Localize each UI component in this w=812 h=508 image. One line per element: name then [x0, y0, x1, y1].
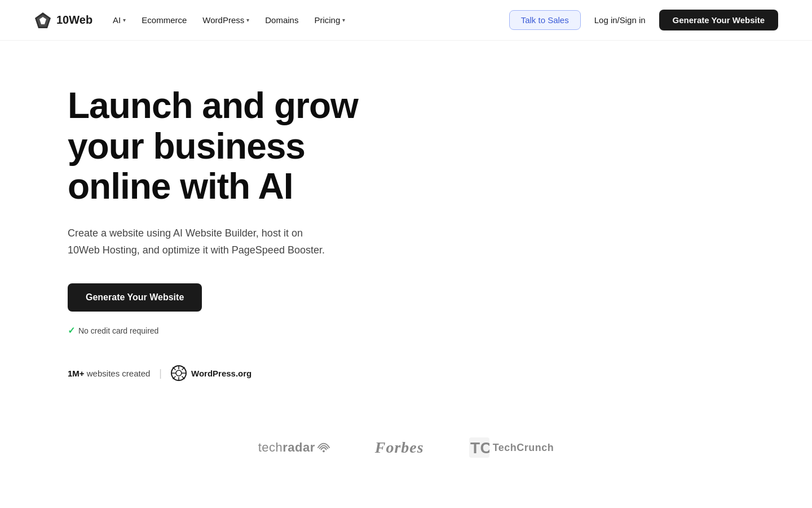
- hero-subtitle: Create a website using AI Website Builde…: [68, 225, 327, 259]
- svg-point-4: [176, 370, 182, 376]
- nav-label-domains: Domains: [265, 15, 298, 25]
- techcrunch-logo: TC TechCrunch: [469, 437, 554, 458]
- generate-website-button-nav[interactable]: Generate Your Website: [659, 10, 778, 30]
- nav-label-ai: AI: [113, 15, 121, 25]
- nav-label-pricing: Pricing: [314, 15, 340, 25]
- svg-text:TC: TC: [470, 439, 489, 457]
- techcrunch-text: TechCrunch: [493, 442, 554, 454]
- nav-item-ai[interactable]: AI ▾: [113, 15, 126, 25]
- hero-section: Launch and grow your business online wit…: [0, 41, 812, 415]
- nav-left: 10Web AI ▾ Ecommerce WordPress ▾: [34, 11, 345, 29]
- stat-number: 1M+: [68, 369, 85, 378]
- login-link[interactable]: Log in/Sign in: [594, 15, 646, 25]
- nav-item-pricing[interactable]: Pricing ▾: [314, 15, 345, 25]
- wordpress-icon: [171, 365, 187, 381]
- svg-point-13: [323, 450, 325, 453]
- logo-icon: [34, 11, 52, 29]
- chevron-down-icon: ▾: [342, 17, 345, 23]
- nav-links: AI ▾ Ecommerce WordPress ▾ Domains: [113, 15, 345, 25]
- nav-label-ecommerce: Ecommerce: [142, 15, 187, 25]
- wordpress-label: WordPress.org: [191, 369, 251, 378]
- hero-title: Launch and grow your business online wit…: [68, 86, 395, 207]
- generate-website-button-hero[interactable]: Generate Your Website: [68, 283, 202, 312]
- talk-to-sales-button[interactable]: Talk to Sales: [509, 10, 581, 30]
- nav-item-domains[interactable]: Domains: [265, 15, 298, 25]
- press-section: techradar Forbes TC TechCrunch: [0, 415, 812, 492]
- checkmark-icon: ✓: [68, 325, 75, 336]
- stat-label: websites created: [87, 369, 151, 378]
- navbar: 10Web AI ▾ Ecommerce WordPress ▾: [0, 0, 812, 41]
- techcrunch-icon: TC: [469, 437, 489, 458]
- chevron-down-icon: ▾: [123, 17, 126, 23]
- divider: |: [159, 367, 162, 379]
- logo-text: 10Web: [56, 14, 92, 27]
- stat-row: 1M+ websites created: [68, 369, 150, 378]
- hero-stats: 1M+ websites created | Word: [68, 365, 395, 381]
- forbes-text: Forbes: [375, 439, 424, 457]
- wordpress-badge[interactable]: WordPress.org: [171, 365, 251, 381]
- nav-item-ecommerce[interactable]: Ecommerce: [142, 15, 187, 25]
- forbes-logo: Forbes: [375, 439, 424, 457]
- nav-right: Talk to Sales Log in/Sign in Generate Yo…: [509, 10, 778, 30]
- nav-item-wordpress[interactable]: WordPress ▾: [202, 15, 249, 25]
- chevron-down-icon: ▾: [246, 17, 249, 23]
- techradar-text: techradar: [258, 440, 315, 455]
- techradar-logo: techradar: [258, 440, 330, 455]
- techradar-signal-icon: [317, 441, 330, 454]
- no-credit-card-row: ✓ No credit card required: [68, 325, 395, 336]
- no-credit-card-label: No credit card required: [78, 326, 158, 335]
- hero-left: Launch and grow your business online wit…: [68, 86, 395, 381]
- nav-label-wordpress: WordPress: [202, 15, 244, 25]
- logo[interactable]: 10Web: [34, 11, 92, 29]
